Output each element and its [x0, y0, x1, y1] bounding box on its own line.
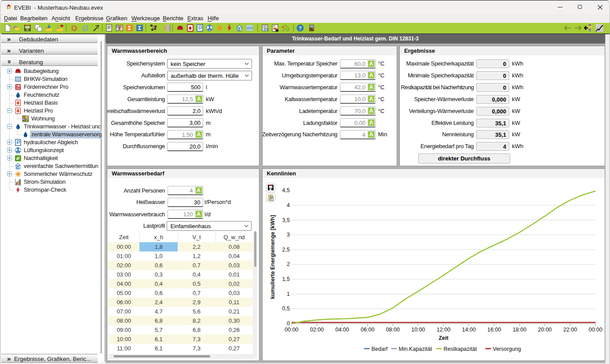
svg-text:4: 4	[286, 202, 289, 208]
svg-text:Σ: Σ	[138, 25, 142, 31]
svg-text:kumulierte Energiemenge [kWh]: kumulierte Energiemenge [kWh]	[270, 215, 276, 299]
svg-text:Min.Kapazität: Min.Kapazität	[398, 346, 432, 352]
svg-text:3: 3	[286, 232, 289, 238]
svg-text:Versorgung: Versorgung	[493, 346, 521, 352]
svg-text:06:00: 06:00	[361, 327, 374, 333]
svg-text:1: 1	[286, 291, 289, 297]
svg-text:18:00: 18:00	[512, 327, 526, 333]
svg-text:0: 0	[286, 320, 289, 327]
svg-text:3,5: 3,5	[282, 217, 289, 223]
svg-text:1,5: 1,5	[282, 276, 289, 282]
svg-text:Σ: Σ	[128, 25, 131, 31]
svg-text:2,5: 2,5	[282, 247, 289, 253]
svg-text:14:00: 14:00	[462, 327, 475, 333]
svg-text:Bedarf: Bedarf	[371, 346, 387, 352]
svg-text:4,5: 4,5	[282, 187, 289, 193]
svg-text:10:00: 10:00	[411, 327, 425, 333]
svg-text:Zeit: Zeit	[438, 335, 449, 341]
svg-text:22:00: 22:00	[563, 327, 577, 333]
svg-text:12:00: 12:00	[436, 327, 450, 333]
svg-text:2: 2	[286, 261, 289, 267]
svg-text:00:00: 00:00	[588, 327, 602, 333]
svg-text:08:00: 08:00	[386, 327, 399, 333]
svg-text:02:00: 02:00	[310, 327, 323, 333]
svg-text:Restkapazität: Restkapazität	[443, 346, 477, 352]
svg-text:?: ?	[299, 25, 302, 31]
svg-text:16:00: 16:00	[487, 327, 501, 333]
svg-text:00:00: 00:00	[285, 327, 298, 333]
svg-text:20:00: 20:00	[538, 327, 552, 333]
svg-text:0,5: 0,5	[282, 306, 289, 312]
svg-text:04:00: 04:00	[335, 327, 349, 333]
